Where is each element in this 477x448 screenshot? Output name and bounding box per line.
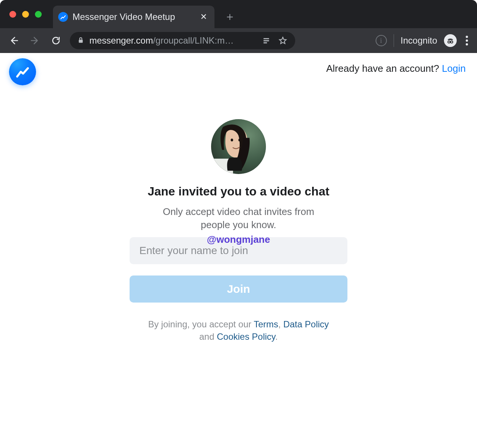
invite-heading: Jane invited you to a video chat [130,185,347,198]
legal-sep1: , [278,319,283,329]
svg-rect-3 [264,42,267,44]
address-bar[interactable]: messenger.com/groupcall/LINK:m… [70,32,295,49]
legal-sep2: and [199,331,217,342]
window-controls [9,11,42,18]
browser-chrome: Messenger Video Meetup ✕ ＋ messenger.com… [0,0,477,53]
tab-title: Messenger Video Meetup [72,12,175,22]
legal-suffix: . [275,331,278,342]
page-content: Already have an account? Login [0,53,477,448]
reader-mode-icon[interactable] [261,36,271,45]
page-header: Already have an account? Login [0,53,477,85]
lock-icon [77,35,84,46]
watermark-handle: @wongmjane [130,234,347,245]
incognito-label: Incognito [401,35,437,46]
tab-strip: Messenger Video Meetup ✕ ＋ [0,0,477,28]
browser-tab[interactable]: Messenger Video Meetup ✕ [53,6,214,28]
terms-link[interactable]: Terms [254,319,278,329]
login-link[interactable]: Login [442,63,466,74]
account-prompt-text: Already have an account? [326,63,442,74]
browser-toolbar: messenger.com/groupcall/LINK:m… i Incogn… [0,28,477,53]
browser-window: Messenger Video Meetup ✕ ＋ messenger.com… [0,0,477,448]
join-button[interactable]: Join [130,275,347,303]
browser-menu-button[interactable] [463,33,470,48]
messenger-favicon-icon [58,12,68,22]
legal-prefix: By joining, you accept our [148,319,254,329]
new-tab-button[interactable]: ＋ [224,11,235,22]
omnibox-actions [261,36,288,45]
nav-reload-button[interactable] [49,33,63,48]
legal-text: By joining, you accept our Terms, Data P… [130,318,347,343]
bookmark-star-icon[interactable] [278,36,288,45]
nav-forward-button[interactable] [28,33,42,48]
toolbar-divider [394,34,394,47]
svg-point-8 [231,139,233,142]
data-policy-link[interactable]: Data Policy [283,319,329,329]
svg-rect-0 [79,40,83,43]
svg-point-4 [448,41,450,43]
toolbar-right: i Incognito [376,33,470,48]
window-close-button[interactable] [9,11,16,18]
window-minimize-button[interactable] [22,11,29,18]
url-path: /groupcall/LINK:m… [153,35,234,45]
svg-rect-1 [264,38,269,39]
invite-subtext: Only accept video chat invites from peop… [152,205,325,232]
invite-card: Jane invited you to a video chat Only ac… [130,119,347,343]
window-zoom-button[interactable] [35,11,42,18]
inviter-avatar [211,119,266,174]
nav-back-button[interactable] [7,33,21,48]
incognito-icon [444,34,457,47]
site-info-icon[interactable]: i [376,35,387,46]
url-host: messenger.com [89,35,153,45]
tab-close-button[interactable]: ✕ [200,13,207,21]
url-text: messenger.com/groupcall/LINK:m… [89,35,234,46]
svg-point-5 [451,41,453,43]
svg-rect-2 [264,40,269,41]
messenger-logo-icon[interactable] [9,58,36,85]
login-prompt: Already have an account? Login [326,58,466,74]
cookies-policy-link[interactable]: Cookies Policy [217,331,275,342]
svg-point-9 [238,139,241,142]
